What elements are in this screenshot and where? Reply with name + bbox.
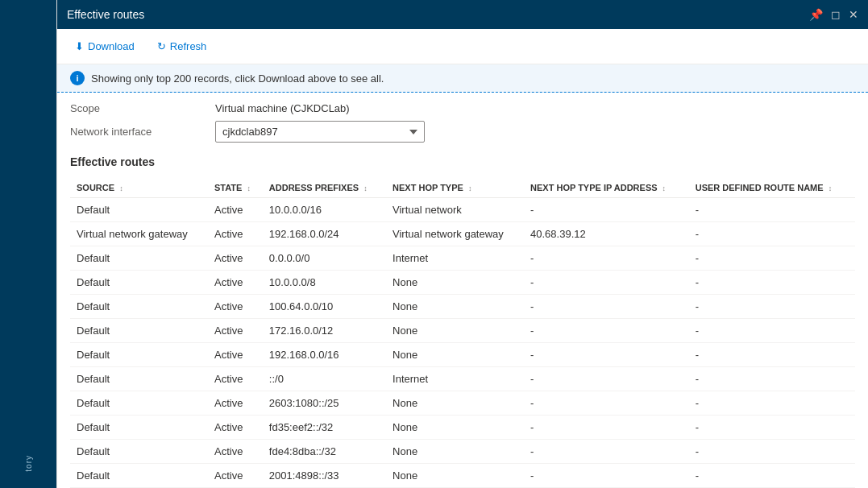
network-interface-select[interactable]: cjkdclab897 — [215, 121, 425, 143]
cell-nextHopIp: - — [524, 343, 689, 367]
refresh-button[interactable]: ↻ Refresh — [152, 37, 212, 56]
cell-state: Active — [208, 222, 263, 246]
cell-addressPrefixes: 172.16.0.0/12 — [263, 319, 386, 343]
cell-nextHopType: Internet — [386, 367, 524, 391]
table-row: Virtual network gatewayActive192.168.0.0… — [70, 222, 855, 246]
download-icon: ⬇ — [75, 40, 84, 52]
cell-source: Default — [70, 367, 208, 391]
download-button[interactable]: ⬇ Download — [70, 37, 139, 56]
cell-nextHopIp: - — [524, 464, 689, 488]
cell-nextHopIp: - — [524, 416, 689, 440]
cell-state: Active — [208, 367, 263, 391]
cell-nextHopType: None — [386, 295, 524, 319]
title-bar-controls: 📌 ◻ ✕ — [809, 8, 858, 21]
routes-table: SOURCE ↕ STATE ↕ ADDRESS PREFIXES ↕ NEXT… — [70, 178, 855, 488]
cell-userDefinedRouteName: - — [689, 391, 855, 416]
page-title: Effective routes — [67, 8, 144, 21]
title-bar: Effective routes 📌 ◻ ✕ — [57, 0, 868, 29]
cell-addressPrefixes: 2001:4898::/33 — [263, 464, 386, 488]
table-row: DefaultActive2001:4898::/33None-- — [70, 464, 855, 488]
cell-nextHopIp: - — [524, 198, 689, 222]
cell-nextHopIp: - — [524, 319, 689, 343]
cell-source: Default — [70, 464, 208, 488]
table-row: DefaultActive0.0.0.0/0Internet-- — [70, 246, 855, 271]
col-address-prefixes[interactable]: ADDRESS PREFIXES ↕ — [263, 178, 386, 198]
cell-addressPrefixes: 10.0.0.0/16 — [263, 198, 386, 222]
scope-value: Virtual machine (CJKDCLab) — [215, 102, 350, 114]
pin-icon[interactable]: 📌 — [809, 8, 823, 21]
cell-nextHopType: None — [386, 271, 524, 295]
main-panel: Effective routes 📌 ◻ ✕ ⬇ Download ↻ Refr… — [56, 0, 868, 488]
cell-addressPrefixes: fde4:8dba::/32 — [263, 440, 386, 464]
cell-userDefinedRouteName: - — [689, 319, 855, 343]
refresh-icon: ↻ — [157, 40, 166, 52]
cell-nextHopIp: - — [524, 440, 689, 464]
content-area: Scope Virtual machine (CJKDCLab) Network… — [57, 93, 868, 488]
restore-icon[interactable]: ◻ — [831, 8, 841, 21]
table-row: DefaultActive2603:1080::/25None-- — [70, 391, 855, 416]
cell-userDefinedRouteName: - — [689, 246, 855, 271]
close-icon[interactable]: ✕ — [849, 8, 858, 21]
cell-addressPrefixes: 192.168.0.0/24 — [263, 222, 386, 246]
cell-state: Active — [208, 319, 263, 343]
table-row: DefaultActive172.16.0.0/12None-- — [70, 319, 855, 343]
cell-source: Default — [70, 271, 208, 295]
cell-source: Default — [70, 416, 208, 440]
cell-state: Active — [208, 295, 263, 319]
cell-userDefinedRouteName: - — [689, 440, 855, 464]
toolbar: ⬇ Download ↻ Refresh — [57, 29, 868, 64]
cell-nextHopIp: - — [524, 246, 689, 271]
cell-source: Default — [70, 295, 208, 319]
cell-source: Default — [70, 343, 208, 367]
table-row: DefaultActive100.64.0.0/10None-- — [70, 295, 855, 319]
cell-nextHopType: None — [386, 319, 524, 343]
cell-nextHopType: Virtual network — [386, 198, 524, 222]
table-row: DefaultActive10.0.0.0/8None-- — [70, 271, 855, 295]
scope-row: Scope Virtual machine (CJKDCLab) — [70, 102, 855, 114]
table-row: DefaultActive::/0Internet-- — [70, 367, 855, 391]
col-state[interactable]: STATE ↕ — [208, 178, 263, 198]
cell-userDefinedRouteName: - — [689, 271, 855, 295]
cell-userDefinedRouteName: - — [689, 416, 855, 440]
table-header-row: SOURCE ↕ STATE ↕ ADDRESS PREFIXES ↕ NEXT… — [70, 178, 855, 198]
cell-state: Active — [208, 198, 263, 222]
col-next-hop-ip[interactable]: NEXT HOP TYPE IP ADDRESS ↕ — [524, 178, 689, 198]
col-user-defined[interactable]: USER DEFINED ROUTE NAME ↕ — [689, 178, 855, 198]
cell-nextHopType: None — [386, 343, 524, 367]
cell-addressPrefixes: 10.0.0.0/8 — [263, 271, 386, 295]
cell-source: Default — [70, 440, 208, 464]
sidebar: tory — [0, 0, 56, 488]
cell-state: Active — [208, 464, 263, 488]
cell-userDefinedRouteName: - — [689, 222, 855, 246]
col-source[interactable]: SOURCE ↕ — [70, 178, 208, 198]
refresh-label: Refresh — [170, 40, 207, 52]
cell-userDefinedRouteName: - — [689, 464, 855, 488]
cell-userDefinedRouteName: - — [689, 295, 855, 319]
cell-userDefinedRouteName: - — [689, 198, 855, 222]
cell-nextHopType: None — [386, 464, 524, 488]
cell-nextHopIp: - — [524, 367, 689, 391]
cell-nextHopType: Virtual network gateway — [386, 222, 524, 246]
cell-userDefinedRouteName: - — [689, 343, 855, 367]
scope-label: Scope — [70, 102, 215, 114]
cell-state: Active — [208, 271, 263, 295]
cell-addressPrefixes: 192.168.0.0/16 — [263, 343, 386, 367]
cell-source: Default — [70, 319, 208, 343]
network-interface-label: Network interface — [70, 126, 215, 138]
col-next-hop-type[interactable]: NEXT HOP TYPE ↕ — [386, 178, 524, 198]
sidebar-label: tory — [24, 455, 33, 472]
info-icon: i — [70, 71, 85, 85]
cell-source: Default — [70, 198, 208, 222]
cell-addressPrefixes: ::/0 — [263, 367, 386, 391]
cell-state: Active — [208, 246, 263, 271]
info-bar: i Showing only top 200 records, click Do… — [57, 64, 868, 93]
cell-state: Active — [208, 440, 263, 464]
cell-addressPrefixes: 0.0.0.0/0 — [263, 246, 386, 271]
cell-nextHopIp: - — [524, 271, 689, 295]
cell-nextHopIp: 40.68.39.12 — [524, 222, 689, 246]
cell-state: Active — [208, 416, 263, 440]
cell-source: Default — [70, 246, 208, 271]
table-row: DefaultActivefde4:8dba::/32None-- — [70, 440, 855, 464]
cell-nextHopType: None — [386, 440, 524, 464]
cell-nextHopIp: - — [524, 295, 689, 319]
